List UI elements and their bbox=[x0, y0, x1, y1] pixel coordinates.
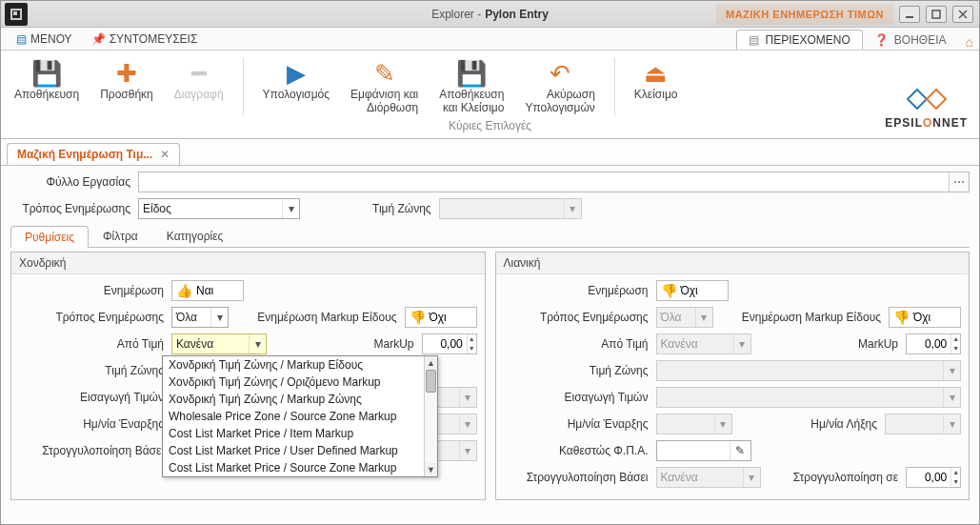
panel-retail: Λιανική Ενημέρωση 👎 Όχι Τρόπος Ενημέρωση… bbox=[495, 252, 970, 500]
close-button[interactable] bbox=[952, 6, 973, 23]
w-markup-species-field[interactable]: 👎 Όχι bbox=[405, 307, 477, 328]
spin-down-icon[interactable]: ▼ bbox=[468, 344, 476, 353]
update-mode-label: Τρόπος Ενημέρωσης bbox=[10, 202, 130, 215]
spin-up-icon[interactable]: ▲ bbox=[468, 334, 476, 344]
close-tab-icon[interactable]: ✕ bbox=[160, 148, 170, 161]
brand-logo: EPSILONNET bbox=[885, 87, 968, 131]
save-close-icon: 💾 bbox=[456, 58, 487, 89]
w-import-prices-label: Εισαγωγή Τιμών bbox=[19, 391, 164, 404]
home-icon[interactable]: ⌂ bbox=[966, 34, 973, 50]
r-from-price-combo: Κανένα ▾ bbox=[656, 333, 751, 354]
edit-icon[interactable]: ✎ bbox=[730, 441, 750, 460]
r-update-mode-label: Τρόπος Ενημέρωσης bbox=[504, 311, 649, 324]
page-icon: ▤ bbox=[749, 33, 759, 47]
tab-categories[interactable]: Κατηγορίες bbox=[152, 225, 238, 247]
thumb-down-icon: 👎 bbox=[410, 310, 426, 325]
ribbon-delete: ━ Διαγραφή bbox=[169, 56, 230, 117]
menu-shortcuts[interactable]: 📌 ΣΥΝΤΟΜΕΥΣΕΙΣ bbox=[82, 28, 208, 50]
worksheet-label: Φύλλο Εργασίας bbox=[10, 175, 130, 189]
w-from-price-label: Από Τιμή bbox=[19, 337, 164, 351]
ribbon-save[interactable]: 💾 Αποθήκευση bbox=[9, 56, 85, 117]
zone-price-combo: ▾ bbox=[439, 198, 582, 219]
panel-wholesale: Χονδρική Ενημέρωση 👍 Ναι Τρόπος Ενημέρωσ… bbox=[10, 252, 486, 500]
w-start-date-label: Ημ/νία Έναρξης bbox=[19, 417, 164, 431]
window: Explorer - Pylon Entry ΜΑΖΙΚΗ ΕΝΗΜΕΡΩΣΗ … bbox=[0, 0, 980, 525]
worksheet-lookup-icon[interactable]: ⋯ bbox=[949, 172, 969, 192]
worksheet-input[interactable] bbox=[139, 172, 949, 192]
headline-link[interactable]: ΜΑΖΙΚΗ ΕΝΗΜΕΡΩΣΗ ΤΙΜΩΝ bbox=[716, 4, 893, 25]
w-update-mode-combo[interactable]: Όλα ▾ bbox=[171, 307, 229, 328]
r-rounding-to-input bbox=[907, 471, 950, 484]
w-markup-field[interactable]: ▲▼ bbox=[422, 333, 477, 354]
w-update-field[interactable]: 👍 Ναι bbox=[171, 280, 244, 301]
maximize-button[interactable] bbox=[926, 6, 947, 23]
undo-icon: ↶ bbox=[550, 58, 570, 89]
ribbon-close[interactable]: ⏏ Κλείσιμο bbox=[629, 56, 684, 117]
chevron-down-icon[interactable]: ▾ bbox=[282, 199, 299, 218]
r-markup-field[interactable]: ▲▼ bbox=[906, 333, 961, 354]
dropdown-scrollbar[interactable]: ▲ ▼ bbox=[424, 356, 437, 476]
r-import-prices-label: Εισαγωγή Τιμών bbox=[504, 391, 649, 404]
ribbon-save-close[interactable]: 💾 Αποθήκευση και Κλείσιμο bbox=[433, 56, 510, 117]
tab-content[interactable]: ▤ ΠΕΡΙΕΧΟΜΕΝΟ bbox=[736, 30, 862, 50]
dropdown-item[interactable]: Χονδρική Τιμή Ζώνης / Οριζόμενο Markup bbox=[163, 374, 424, 391]
w-markup-input[interactable] bbox=[423, 337, 467, 351]
r-rounding-to-field[interactable]: ▲▼ bbox=[906, 467, 961, 488]
r-from-price-label: Από Τιμή bbox=[504, 337, 649, 351]
w-rounding-base-label: Στρογγυλοποίηση Βάσει bbox=[19, 444, 164, 457]
minimize-button[interactable] bbox=[899, 6, 920, 23]
r-update-field[interactable]: 👎 Όχι bbox=[656, 280, 729, 301]
r-start-date-combo: ▾ bbox=[656, 414, 732, 434]
update-mode-combo[interactable]: Είδος ▾ bbox=[138, 198, 300, 219]
play-icon: ▶ bbox=[287, 58, 306, 89]
scroll-thumb[interactable] bbox=[426, 370, 436, 393]
svg-rect-3 bbox=[932, 10, 940, 18]
scroll-up-icon[interactable]: ▲ bbox=[425, 356, 437, 370]
chevron-down-icon: ▾ bbox=[564, 199, 581, 218]
r-markup-species-field[interactable]: 👎 Όχι bbox=[889, 307, 961, 328]
chevron-down-icon: ▾ bbox=[714, 414, 731, 434]
titlebar: Explorer - Pylon Entry ΜΑΖΙΚΗ ΕΝΗΜΕΡΩΣΗ … bbox=[1, 1, 979, 28]
w-zone-price-label: Τιμή Ζώνης bbox=[19, 364, 164, 377]
dropdown-item[interactable]: Χονδρική Τιμή Ζώνης / Markup Είδους bbox=[163, 356, 424, 374]
pin-icon: 📌 bbox=[91, 32, 106, 46]
chevron-down-icon: ▾ bbox=[943, 361, 960, 380]
chevron-down-icon[interactable]: ▾ bbox=[210, 308, 228, 327]
spin-down-icon: ▼ bbox=[951, 477, 960, 487]
doc-tab-active[interactable]: Μαζική Ενημέρωση Τιμ... ✕ bbox=[7, 143, 180, 165]
dropdown-item[interactable]: Cost List Market Price / Item Markup bbox=[163, 425, 424, 442]
r-vat-status-combo[interactable]: ✎ bbox=[656, 440, 751, 461]
ribbon-cancel-calc[interactable]: ↶ Ακύρωση Υπολογισμών bbox=[519, 56, 600, 117]
w-from-price-combo[interactable]: Κανένα ▾ bbox=[171, 333, 267, 354]
dropdown-item[interactable]: Cost List Market Price / User Defined Ma… bbox=[163, 442, 424, 459]
chevron-down-icon[interactable]: ▾ bbox=[249, 334, 266, 353]
app-icon bbox=[5, 3, 28, 26]
w-from-price-dropdown[interactable]: Χονδρική Τιμή Ζώνης / Markup Είδους Χονδ… bbox=[162, 355, 438, 477]
thumb-up-icon: 👍 bbox=[176, 283, 192, 298]
chevron-down-icon: ▾ bbox=[459, 414, 476, 434]
r-update-label: Ενημέρωση bbox=[504, 284, 649, 297]
r-rounding-to-label: Στρογγυλοποίηση σε bbox=[793, 471, 898, 484]
help-icon: ❓ bbox=[874, 33, 889, 47]
menu-main[interactable]: ▤ ΜΕΝΟΥ bbox=[7, 28, 82, 50]
tab-help[interactable]: ❓ ΒΟΗΘΕΙΑ bbox=[863, 30, 958, 50]
dropdown-item[interactable]: Wholesale Price Zone / Source Zone Marku… bbox=[163, 408, 424, 425]
dropdown-item[interactable]: Cost List Market Price / Source Zone Mar… bbox=[163, 459, 424, 476]
dropdown-item[interactable]: Χονδρική Τιμή Ζώνης / Markup Ζώνης bbox=[163, 391, 424, 408]
tab-settings[interactable]: Ρυθμίσεις bbox=[10, 226, 89, 248]
ribbon-calc[interactable]: ▶ Υπολογισμός bbox=[257, 56, 336, 117]
r-rounding-base-label: Στρογγυλοποίηση Βάσει bbox=[504, 471, 649, 484]
chevron-down-icon: ▾ bbox=[695, 308, 712, 327]
spin-up-icon: ▲ bbox=[951, 334, 960, 344]
ribbon-add[interactable]: ✚ Προσθήκη bbox=[94, 56, 159, 117]
ribbon: 💾 Αποθήκευση ✚ Προσθήκη ━ Διαγραφή ▶ Υπο… bbox=[1, 50, 979, 139]
scroll-down-icon[interactable]: ▼ bbox=[425, 463, 437, 476]
w-update-mode-label: Τρόπος Ενημέρωσης bbox=[19, 311, 164, 324]
ribbon-show-fix[interactable]: ✎ Εμφάνιση και Διόρθωση bbox=[345, 56, 424, 117]
chevron-down-icon: ▾ bbox=[943, 414, 960, 434]
worksheet-field[interactable]: ⋯ bbox=[138, 172, 970, 192]
pencil-icon: ✎ bbox=[374, 58, 395, 89]
tab-filters[interactable]: Φίλτρα bbox=[89, 225, 152, 247]
svg-rect-1 bbox=[13, 11, 17, 15]
zone-price-label: Τιμή Ζώνης bbox=[372, 202, 431, 215]
